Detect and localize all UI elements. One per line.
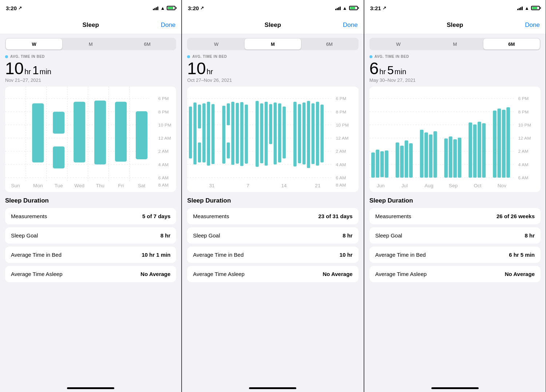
svg-rect-100 [433, 131, 437, 177]
svg-text:8 AM: 8 AM [336, 183, 346, 187]
svg-rect-66 [307, 101, 310, 168]
done-button-3[interactable]: Done [525, 21, 540, 29]
section-title-1: Sleep Duration [5, 197, 176, 204]
sleep-goal-card-3: Sleep Goal 8 hr [369, 227, 541, 244]
svg-rect-94 [400, 146, 404, 178]
segment-m-1[interactable]: M [62, 39, 119, 49]
svg-rect-68 [316, 102, 319, 166]
svg-rect-51 [227, 143, 230, 159]
segment-control-2: W M 6M [187, 38, 358, 50]
chart-2: 31 7 14 21 6 PM 8 PM 10 PM 12 AM 2 AM 4 … [187, 87, 358, 192]
svg-rect-47 [207, 102, 210, 166]
section-title-2: Sleep Duration [187, 197, 358, 204]
svg-rect-17 [94, 100, 106, 164]
svg-rect-42 [189, 107, 192, 159]
svg-rect-54 [240, 102, 244, 166]
status-bar-3: 3:21 ↗ ▲ [364, 0, 546, 16]
svg-rect-62 [283, 107, 286, 159]
segment-w-1[interactable]: W [6, 39, 62, 49]
svg-text:4 AM: 4 AM [158, 162, 169, 167]
svg-rect-15 [53, 147, 64, 168]
svg-text:8 PM: 8 PM [158, 109, 169, 114]
svg-text:2 AM: 2 AM [336, 149, 346, 153]
svg-rect-99 [429, 135, 432, 178]
svg-rect-93 [395, 143, 399, 178]
svg-text:7: 7 [247, 183, 250, 188]
nav-header-3: Sleep Done [364, 16, 546, 34]
signal-icon-2 [335, 6, 341, 10]
svg-text:4 AM: 4 AM [518, 162, 528, 167]
avg-dot-2 [187, 55, 190, 58]
signal-icon-3 [517, 6, 523, 10]
svg-rect-110 [497, 108, 501, 177]
nav-title-2: Sleep [265, 21, 281, 29]
svg-rect-44 [198, 104, 201, 128]
svg-rect-59 [269, 104, 273, 144]
big-stat-1: 10 hr 1 min [5, 60, 176, 77]
svg-text:Nov: Nov [497, 183, 506, 188]
svg-text:Aug: Aug [424, 183, 433, 188]
stat-date-1: Nov 21–27, 2021 [5, 77, 176, 83]
svg-text:Mon: Mon [33, 183, 43, 188]
svg-text:Jul: Jul [401, 183, 407, 188]
avg-label-2: AVG. TIME IN BED [187, 55, 358, 59]
svg-text:10 PM: 10 PM [158, 123, 171, 127]
svg-rect-101 [444, 139, 448, 178]
svg-text:8 PM: 8 PM [336, 109, 347, 114]
svg-rect-19 [136, 111, 147, 159]
battery-icon-3 [531, 6, 540, 10]
panel-month: 3:20 ↗ ▲ Sleep Done W M 6M AVG. [182, 0, 364, 392]
svg-text:8 AM: 8 AM [158, 183, 169, 187]
segment-6m-2[interactable]: 6M [301, 39, 357, 49]
svg-text:6 AM: 6 AM [158, 176, 169, 180]
svg-rect-97 [420, 130, 423, 178]
svg-rect-48 [211, 104, 215, 164]
nav-title-1: Sleep [82, 21, 99, 29]
avg-label-3: AVG. TIME IN BED [369, 55, 541, 59]
sleep-goal-card-1: Sleep Goal 8 hr [5, 227, 176, 244]
big-stat-3: 6 hr 5 min [369, 60, 541, 77]
segment-w-3[interactable]: W [370, 39, 427, 49]
svg-rect-95 [404, 140, 408, 177]
svg-rect-60 [274, 103, 277, 164]
avg-time-asleep-card-1: Average Time Asleep No Average [5, 266, 176, 282]
svg-rect-104 [458, 138, 461, 178]
segment-w-2[interactable]: W [188, 39, 244, 49]
chart-svg-1: Sun Mon Tue Wed Thu Fri Sat 6 PM 8 PM 10… [5, 87, 176, 192]
svg-rect-111 [502, 110, 506, 178]
segment-m-3[interactable]: M [427, 39, 483, 49]
done-button-1[interactable]: Done [161, 21, 176, 29]
segment-control-1: W M 6M [5, 38, 176, 50]
svg-rect-69 [321, 104, 324, 162]
svg-rect-103 [453, 139, 457, 177]
svg-text:Sep: Sep [449, 183, 458, 188]
done-button-2[interactable]: Done [343, 21, 358, 29]
svg-rect-16 [74, 102, 85, 163]
svg-rect-112 [506, 107, 510, 177]
chart-svg-3: Jun Jul Aug Sep Oct Nov 6 PM 8 PM 10 PM … [369, 87, 541, 192]
avg-time-asleep-card-3: Average Time Asleep No Average [369, 266, 541, 282]
segment-6m-3[interactable]: 6M [483, 39, 540, 49]
panel-6m: 3:21 ↗ ▲ Sleep Done W M 6M AVG. [364, 0, 546, 392]
svg-rect-107 [478, 122, 481, 178]
svg-text:21: 21 [315, 183, 321, 188]
svg-rect-89 [371, 152, 375, 177]
svg-text:10 PM: 10 PM [518, 123, 531, 127]
svg-rect-91 [380, 151, 384, 177]
svg-text:31: 31 [209, 183, 215, 188]
segment-m-2[interactable]: M [245, 39, 301, 49]
svg-text:12 AM: 12 AM [336, 136, 349, 140]
location-icon-3: ↗ [383, 5, 386, 11]
svg-text:Jun: Jun [377, 183, 385, 188]
location-icon-2: ↗ [200, 5, 204, 11]
measurements-card-2: Measurements 23 of 31 days [187, 208, 358, 224]
home-indicator-1 [0, 380, 181, 392]
status-bar-1: 3:20 ↗ ▲ [0, 0, 181, 16]
svg-rect-108 [482, 123, 486, 177]
avg-dot-1 [5, 55, 8, 58]
content-3: W M 6M AVG. TIME IN BED 6 hr 5 min May 3… [364, 34, 546, 380]
battery-icon-2 [349, 6, 358, 10]
avg-time-bed-card-1: Average Time in Bed 10 hr 1 min [5, 247, 176, 263]
segment-6m-1[interactable]: 6M [119, 39, 175, 49]
big-stat-2: 10 hr [187, 60, 358, 77]
